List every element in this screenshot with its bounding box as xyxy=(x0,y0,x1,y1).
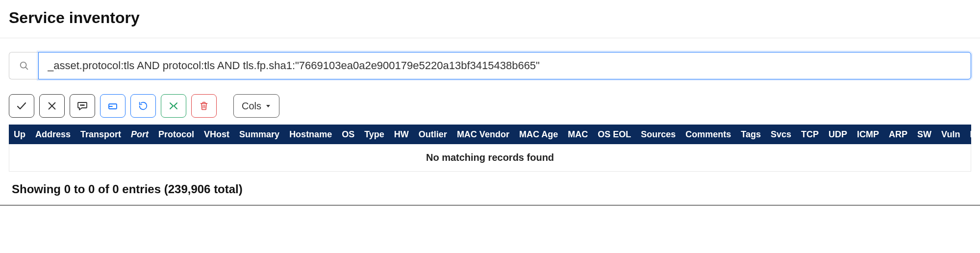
merge-icon xyxy=(168,100,179,112)
trash-icon xyxy=(199,101,209,111)
search-input[interactable] xyxy=(38,52,971,79)
comment-button[interactable] xyxy=(70,94,95,118)
x-icon xyxy=(47,101,57,111)
column-header[interactable]: Address xyxy=(30,129,75,140)
column-header[interactable]: MAC Age xyxy=(514,129,563,140)
svg-marker-11 xyxy=(266,105,270,107)
column-header[interactable]: HW xyxy=(389,129,414,140)
column-header[interactable]: Hostname xyxy=(284,129,337,140)
column-header[interactable]: VHost xyxy=(199,129,234,140)
column-header[interactable]: Up xyxy=(9,129,30,140)
search-icon xyxy=(9,52,38,79)
results-table: UpAddressTransportPortProtocolVHostSumma… xyxy=(0,125,980,172)
svg-line-1 xyxy=(25,67,27,69)
label-icon xyxy=(107,100,119,112)
column-header[interactable]: Type xyxy=(359,129,389,140)
table-empty-message: No matching records found xyxy=(9,144,971,172)
page-title: Service inventory xyxy=(0,0,980,38)
column-header[interactable]: Vuln xyxy=(936,129,965,140)
column-header[interactable]: Comments xyxy=(680,129,736,140)
column-header[interactable]: OS xyxy=(337,129,359,140)
column-header[interactable]: SW xyxy=(912,129,936,140)
merge-button[interactable] xyxy=(161,94,186,118)
check-icon xyxy=(16,100,27,112)
column-header[interactable]: ICMP xyxy=(852,129,884,140)
column-header[interactable]: Port xyxy=(126,129,153,140)
columns-dropdown[interactable]: Cols xyxy=(233,94,279,118)
search-row xyxy=(0,38,980,94)
columns-dropdown-label: Cols xyxy=(242,101,261,112)
column-header[interactable]: OS EOL xyxy=(593,129,636,140)
results-summary: Showing 0 to 0 of 0 entries (239,906 tot… xyxy=(0,172,980,205)
caret-down-icon xyxy=(265,103,271,109)
table-header-row: UpAddressTransportPortProtocolVHostSumma… xyxy=(9,125,971,144)
column-header[interactable]: Svcs xyxy=(766,129,796,140)
column-header[interactable]: MAC Vendor xyxy=(452,129,514,140)
column-header[interactable]: UDP xyxy=(824,129,852,140)
svg-point-6 xyxy=(83,105,84,106)
column-header[interactable]: Tags xyxy=(736,129,766,140)
column-header[interactable]: Protocol xyxy=(153,129,199,140)
tag-button[interactable] xyxy=(100,94,126,118)
svg-point-4 xyxy=(80,105,81,106)
column-header[interactable]: R xyxy=(965,129,971,140)
svg-point-5 xyxy=(82,105,83,106)
delete-button[interactable] xyxy=(191,94,217,118)
column-header[interactable]: TCP xyxy=(796,129,824,140)
column-header[interactable]: Sources xyxy=(636,129,680,140)
clear-button[interactable] xyxy=(39,94,65,118)
column-header[interactable]: Outlier xyxy=(414,129,452,140)
refresh-icon xyxy=(138,101,149,111)
comment-icon xyxy=(76,100,88,112)
column-header[interactable]: MAC xyxy=(563,129,593,140)
rescan-button[interactable] xyxy=(130,94,156,118)
column-header[interactable]: ARP xyxy=(884,129,912,140)
confirm-button[interactable] xyxy=(9,94,34,118)
toolbar: Cols xyxy=(0,94,980,125)
column-header[interactable]: Summary xyxy=(234,129,284,140)
column-header[interactable]: Transport xyxy=(75,129,126,140)
